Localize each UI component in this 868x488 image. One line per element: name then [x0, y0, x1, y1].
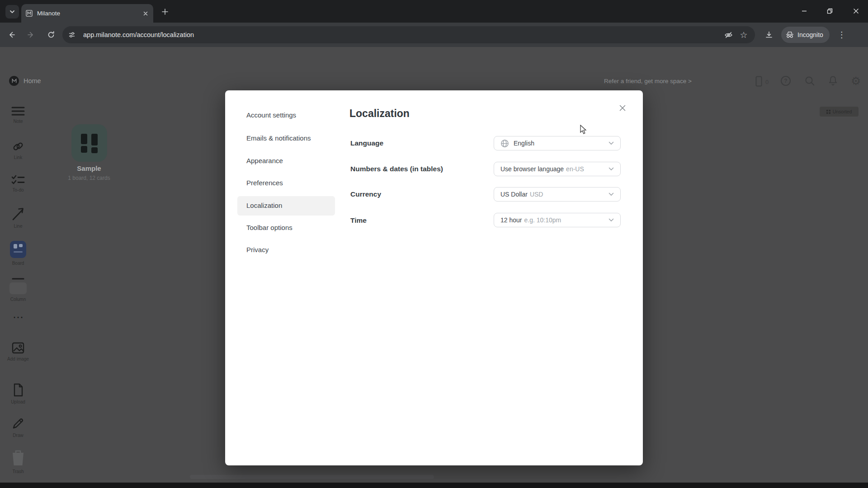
phone-icon	[755, 76, 762, 87]
browser-menu-button[interactable]: ⋮	[834, 27, 849, 42]
window-close-button[interactable]	[844, 0, 867, 22]
notifications-button[interactable]	[828, 75, 838, 86]
reload-button[interactable]	[43, 27, 59, 42]
close-icon	[619, 104, 626, 112]
tool-trash[interactable]: Trash	[6, 450, 30, 474]
url-text[interactable]: app.milanote.com/account/localization	[83, 31, 721, 38]
chevron-down-icon	[609, 192, 614, 196]
browser-tab-milanote[interactable]: Milanote	[21, 4, 153, 23]
search-button[interactable]	[805, 76, 815, 86]
tool-todo[interactable]: To-do	[6, 175, 30, 192]
column-icon	[12, 277, 24, 281]
tool-add-image[interactable]: Add image	[6, 342, 30, 361]
board-card-title[interactable]: Sample	[53, 164, 125, 172]
nav-preferences[interactable]: Preferences	[246, 172, 283, 194]
note-icon	[11, 106, 25, 116]
question-icon: ?	[784, 78, 787, 84]
chevron-down-icon	[609, 167, 614, 171]
language-label: Language	[350, 139, 383, 148]
milanote-logo[interactable]	[9, 76, 19, 86]
nav-toolbar-options[interactable]: Toolbar options	[246, 216, 292, 239]
tool-more[interactable]: ⋯	[6, 313, 30, 322]
window-minimize-button[interactable]	[793, 0, 816, 22]
bell-icon	[828, 75, 838, 86]
settings-gear-button[interactable]: ⚙	[851, 75, 861, 88]
nav-localization[interactable]: Localization	[246, 194, 282, 217]
incognito-icon	[786, 31, 794, 38]
tool-column[interactable]: Column	[6, 277, 30, 302]
nav-privacy[interactable]: Privacy	[246, 239, 269, 261]
screen: Milanote	[0, 0, 868, 488]
tab-search-button[interactable]	[5, 5, 19, 19]
nav-appearance[interactable]: Appearance	[246, 150, 283, 172]
numbers-dates-dropdown[interactable]: Use browser language en-US	[494, 162, 621, 176]
board-card-subtitle: 1 board, 12 cards	[53, 175, 125, 181]
currency-hint: USD	[530, 191, 543, 198]
currency-label: Currency	[350, 190, 381, 199]
downloads-button[interactable]	[761, 27, 777, 42]
forward-button[interactable]	[24, 27, 39, 42]
tool-note[interactable]: Note	[6, 106, 30, 124]
tool-line[interactable]: Line	[6, 207, 30, 229]
tab-title: Milanote	[37, 10, 142, 17]
numbers-dates-value: Use browser language	[500, 165, 564, 173]
column-ghost	[9, 282, 27, 294]
time-value: 12 hour	[500, 216, 522, 224]
chevron-down-icon	[609, 218, 614, 222]
back-arrow-icon	[7, 31, 15, 39]
download-icon	[765, 31, 773, 39]
password-reveal-button[interactable]	[721, 27, 736, 42]
chevron-down-icon	[609, 141, 614, 145]
address-bar[interactable]: app.milanote.com/account/localization ☆	[62, 26, 755, 43]
eye-off-icon	[724, 31, 733, 39]
help-button[interactable]: ?	[781, 76, 791, 86]
line-arrow-icon	[12, 207, 24, 221]
language-value: English	[514, 140, 534, 147]
minimize-icon	[801, 8, 807, 14]
tool-upload[interactable]: Upload	[6, 383, 30, 404]
settings-modal: Account settings Emails & notifications …	[225, 90, 643, 465]
board-card-sample[interactable]	[71, 124, 107, 162]
window-restore-button[interactable]	[818, 0, 841, 22]
globe-icon	[500, 139, 509, 148]
tool-link[interactable]: Link	[6, 141, 30, 160]
modal-title: Localization	[349, 108, 410, 120]
mouse-cursor	[580, 125, 588, 135]
nav-emails-notifications[interactable]: Emails & notifications	[246, 127, 311, 150]
milanote-favicon-icon	[26, 10, 33, 17]
tab-close-icon[interactable]	[142, 10, 149, 17]
modal-close-button[interactable]	[617, 102, 628, 114]
currency-value: US Dollar	[500, 191, 528, 198]
ellipsis-icon: ⋯	[13, 313, 24, 322]
refer-friend-link[interactable]: Refer a friend, get more space >	[604, 78, 692, 84]
site-info-button[interactable]	[65, 27, 79, 42]
unsorted-tray-button[interactable]: Unsorted	[820, 107, 859, 117]
image-icon	[12, 342, 24, 354]
search-icon	[805, 76, 815, 86]
plus-icon	[161, 8, 169, 15]
currency-dropdown[interactable]: US Dollar USD	[494, 187, 621, 202]
bottom-bar-dimmed	[190, 475, 434, 479]
device-count-badge: 0	[765, 79, 769, 85]
new-tab-button[interactable]	[159, 6, 171, 18]
language-dropdown[interactable]: English	[494, 136, 621, 150]
time-label: Time	[350, 216, 367, 225]
tool-draw[interactable]: Draw	[6, 417, 30, 438]
nav-account-settings[interactable]: Account settings	[246, 104, 296, 127]
back-button[interactable]	[4, 27, 19, 42]
taskbar-strip	[0, 483, 868, 488]
close-icon	[853, 8, 859, 14]
todo-checklist-icon	[11, 175, 25, 185]
forward-arrow-icon	[27, 31, 35, 39]
home-breadcrumb[interactable]: Home	[24, 77, 41, 84]
tune-icon	[68, 31, 75, 38]
time-dropdown[interactable]: 12 hour e.g. 10:10pm	[494, 213, 621, 227]
incognito-label: Incognito	[797, 31, 823, 38]
milanote-m-icon	[11, 78, 17, 84]
bookmark-button[interactable]: ☆	[736, 27, 751, 42]
pencil-icon	[11, 417, 25, 430]
tool-board[interactable]: Board	[6, 241, 30, 266]
restore-icon	[826, 8, 833, 14]
device-sync-button[interactable]	[755, 76, 762, 87]
incognito-badge: Incognito	[781, 27, 830, 43]
